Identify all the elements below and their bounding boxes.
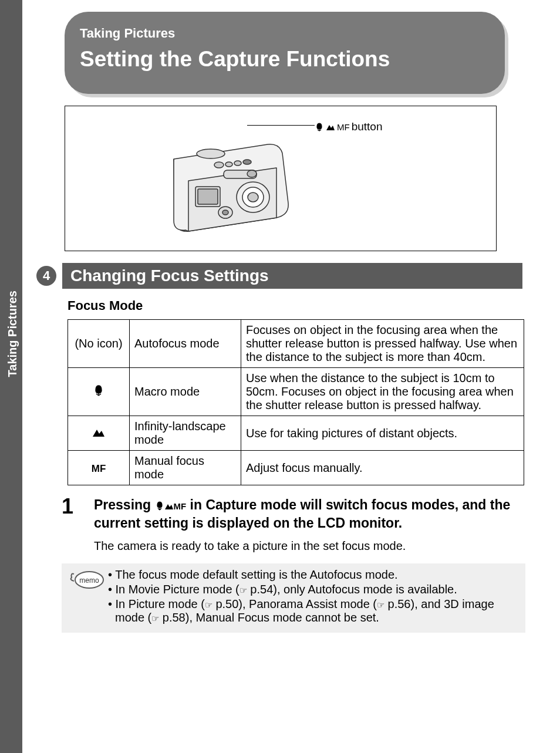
header-pretitle: Taking Pictures: [80, 26, 490, 41]
memo-item: In Picture mode (☞ p.50), Panorama Assis…: [108, 597, 522, 624]
memo-item: In Movie Picture mode (☞ p.54), only Aut…: [108, 583, 522, 596]
leader-line: [247, 125, 315, 126]
camera-illustration: [165, 133, 300, 235]
macro-icon: [93, 384, 104, 396]
header-title: Setting the Capture Functions: [80, 47, 490, 72]
reference-icon: ☞: [239, 585, 247, 595]
reference-icon: ☞: [205, 600, 212, 610]
mode-desc: Use for taking pictures of distant objec…: [241, 416, 524, 451]
reference-icon: ☞: [151, 613, 159, 623]
step-1: 1 Pressing MF in Capture mode will switc…: [62, 496, 525, 553]
page-header: Taking Pictures Setting the Capture Func…: [65, 12, 505, 94]
camera-diagram: MF button: [65, 106, 497, 251]
svg-point-8: [214, 162, 224, 168]
landscape-icon: [164, 502, 174, 510]
mode-desc: Focuses on object in the focusing area w…: [241, 320, 524, 368]
table-row: Infinity-landscape mode Use for taking p…: [68, 416, 524, 451]
landscape-icon: [326, 123, 335, 131]
icon-cell-macro: [68, 368, 130, 416]
landscape-icon: [92, 428, 105, 437]
mode-name: Autofocus mode: [130, 320, 241, 368]
memo-icon: memo: [68, 569, 104, 592]
macro-icon: [315, 122, 324, 131]
chapter-number-badge: 4: [36, 266, 56, 286]
memo-list: The focus mode default setting is the Au…: [108, 568, 522, 626]
mode-desc: Adjust focus manually.: [241, 451, 524, 485]
svg-point-13: [247, 170, 257, 177]
mf-text: MF: [174, 501, 187, 511]
table-row: Macro mode Use when the distance to the …: [68, 368, 524, 416]
mode-name: Infinity-landscape mode: [130, 416, 241, 451]
mf-text: MF: [337, 122, 350, 132]
focus-mode-subheading: Focus Mode: [68, 298, 546, 313]
step-heading: Pressing MF in Capture mode will switch …: [94, 496, 525, 532]
step-body-text: The camera is ready to take a picture in…: [94, 539, 525, 553]
step-head-pre: Pressing: [94, 497, 155, 512]
svg-point-2: [248, 193, 258, 202]
icon-cell-mf: MF: [68, 451, 130, 485]
svg-text:memo: memo: [79, 576, 99, 585]
icon-cell-landscape: [68, 416, 130, 451]
svg-point-9: [225, 162, 232, 167]
memo-box: memo The focus mode default setting is t…: [62, 563, 525, 633]
svg-point-7: [197, 149, 225, 158]
macro-icon: [155, 501, 164, 511]
mode-desc: Use when the distance to the subject is …: [241, 368, 524, 416]
section-heading-bar: Changing Focus Settings: [62, 263, 522, 289]
svg-point-10: [234, 161, 241, 166]
mode-name: Manual focus mode: [130, 451, 241, 485]
mode-name: Macro mode: [130, 368, 241, 416]
button-label-suffix: button: [352, 120, 383, 133]
sidebar-chapter-label: Taking Pictures: [6, 291, 19, 377]
step-number: 1: [62, 496, 94, 517]
focus-mode-table: (No icon) Autofocus mode Focuses on obje…: [68, 319, 524, 485]
reference-icon: ☞: [377, 600, 384, 610]
section-title: Changing Focus Settings: [70, 266, 269, 285]
svg-point-6: [222, 210, 228, 215]
icon-cell-none: (No icon): [68, 320, 130, 368]
svg-point-11: [243, 160, 251, 164]
page-number: 36: [0, 723, 59, 737]
table-row: (No icon) Autofocus mode Focuses on obje…: [68, 320, 524, 368]
svg-rect-4: [198, 189, 218, 204]
memo-item: The focus mode default setting is the Au…: [108, 568, 522, 582]
mf-button-callout: MF button: [315, 120, 383, 133]
table-row: MF Manual focus mode Adjust focus manual…: [68, 451, 524, 485]
